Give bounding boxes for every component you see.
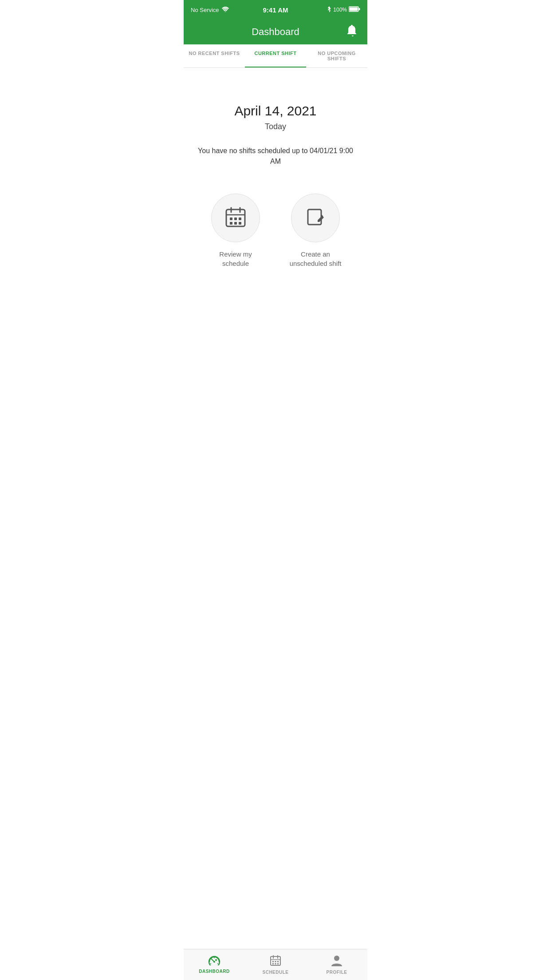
- carrier-label: No Service: [191, 7, 219, 13]
- status-right: 100%: [327, 6, 360, 14]
- status-bar: No Service 9:41 AM 100%: [184, 0, 367, 20]
- header: Dashboard: [184, 20, 367, 44]
- svg-rect-11: [230, 222, 232, 225]
- svg-rect-8: [230, 217, 232, 220]
- no-shifts-message: You have no shifts scheduled up to 04/01…: [194, 146, 357, 167]
- svg-rect-9: [234, 217, 237, 220]
- battery-percent: 100%: [333, 7, 347, 13]
- review-schedule-label: Review my schedule: [209, 249, 262, 268]
- tab-no-recent[interactable]: NO RECENT SHIFTS: [184, 44, 245, 67]
- battery-icon: [349, 6, 360, 13]
- status-left: No Service: [191, 7, 229, 13]
- day-label: Today: [265, 122, 286, 131]
- wifi-icon: [222, 7, 229, 13]
- tab-current-shift[interactable]: CURRENT SHIFT: [245, 44, 306, 67]
- create-shift-button[interactable]: Create an unscheduled shift: [289, 194, 342, 268]
- svg-rect-13: [239, 222, 241, 225]
- svg-rect-2: [359, 8, 360, 10]
- header-title: Dashboard: [252, 26, 299, 38]
- svg-rect-10: [239, 217, 241, 220]
- status-time: 9:41 AM: [263, 6, 288, 14]
- main-content: April 14, 2021 Today You have no shifts …: [184, 68, 367, 296]
- date-display: April 14, 2021: [234, 103, 316, 119]
- svg-point-0: [224, 11, 226, 12]
- action-buttons: Review my schedule Create an unscheduled…: [209, 194, 342, 268]
- calendar-icon: [224, 206, 247, 230]
- svg-rect-14: [308, 209, 321, 225]
- bell-icon[interactable]: [347, 25, 358, 39]
- create-shift-label: Create an unscheduled shift: [289, 249, 342, 268]
- tabs-container: NO RECENT SHIFTS CURRENT SHIFT NO UPCOMI…: [184, 44, 367, 68]
- review-schedule-circle: [211, 194, 260, 242]
- svg-rect-3: [350, 8, 358, 11]
- bluetooth-icon: [327, 6, 331, 14]
- svg-rect-12: [234, 222, 237, 225]
- edit-icon: [304, 206, 327, 230]
- tab-no-upcoming[interactable]: NO UPCOMING SHIFTS: [306, 44, 367, 67]
- review-schedule-button[interactable]: Review my schedule: [209, 194, 262, 268]
- create-shift-circle: [291, 194, 340, 242]
